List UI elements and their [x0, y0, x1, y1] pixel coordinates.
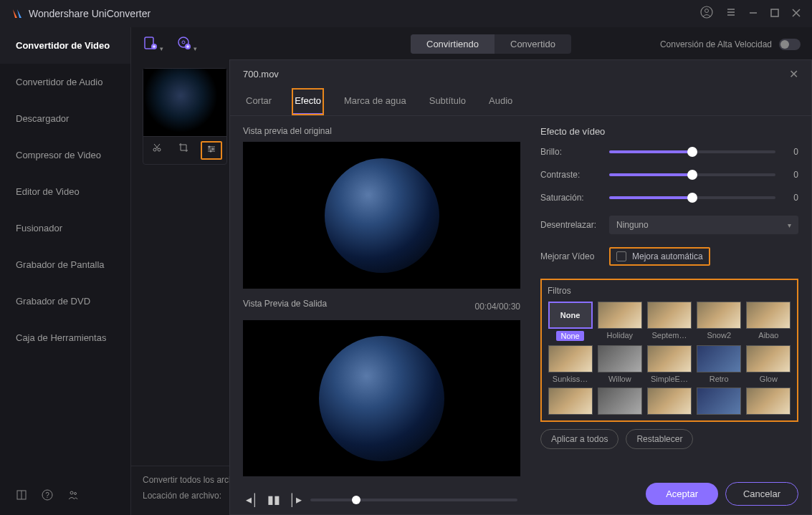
filter-extra-5[interactable]	[746, 388, 791, 415]
modal-tab-watermark[interactable]: Marca de agua	[341, 88, 409, 115]
thumbnail-image	[143, 69, 226, 136]
sidebar-item-dvd-recorder[interactable]: Grabador de DVD	[0, 283, 130, 319]
filter-extra-2[interactable]	[597, 388, 642, 415]
deinterlace-label: Desentrelazar:	[540, 220, 609, 230]
app-title: Wondershare UniConverter	[29, 8, 700, 19]
preview-original-label: Vista previa del original	[243, 126, 520, 136]
add-dvd-icon[interactable]: ▾	[176, 35, 197, 54]
apply-all-button[interactable]: Aplicar a todos	[540, 429, 618, 449]
chevron-down-icon: ▾	[788, 221, 791, 229]
modal-filename: 700.mov	[243, 69, 789, 80]
crop-tool-icon[interactable]	[174, 141, 193, 160]
filter-sunkiss[interactable]: Sunkiss…	[548, 345, 593, 383]
brightness-label: Brillo:	[540, 147, 609, 157]
saturation-slider[interactable]	[609, 196, 775, 199]
checkbox-icon	[616, 251, 626, 261]
cut-tool-icon[interactable]	[148, 141, 166, 160]
auto-enhance-checkbox[interactable]: Mejora automática	[609, 247, 710, 266]
preview-output-label: Vista Previa de Salida	[243, 299, 327, 309]
svg-rect-2	[771, 9, 778, 16]
svg-text:?: ?	[45, 491, 49, 499]
accept-button[interactable]: Aceptar	[646, 483, 718, 505]
filter-holiday[interactable]: Holiday	[597, 302, 642, 341]
account-icon[interactable]	[700, 6, 713, 21]
filters-title: Filtros	[548, 286, 791, 296]
add-file-icon[interactable]: ▾	[143, 35, 163, 54]
filters-panel: Filtros NoneNone Holiday Septem… Snow2 A…	[540, 279, 798, 422]
modal-tab-effect[interactable]: Efecto	[292, 88, 324, 115]
preview-original	[243, 142, 520, 289]
filter-extra-1[interactable]	[548, 388, 593, 415]
svg-point-1	[705, 9, 709, 13]
contrast-value: 0	[784, 170, 798, 180]
maximize-icon[interactable]	[770, 7, 779, 20]
enhance-label: Mejorar Vídeo	[540, 251, 609, 261]
sidebar-item-downloader[interactable]: Descargador	[0, 100, 130, 137]
close-icon[interactable]	[792, 7, 801, 20]
filter-extra-3[interactable]	[646, 388, 692, 415]
svg-point-6	[70, 491, 73, 494]
tab-converting[interactable]: Convirtiendo	[411, 34, 495, 54]
speed-toggle[interactable]	[779, 39, 801, 50]
filter-none[interactable]: NoneNone	[548, 302, 593, 341]
sidebar-item-video-compressor[interactable]: Compresor de Video	[0, 137, 130, 173]
sidebar-item-merger[interactable]: Fusionador	[0, 210, 130, 246]
saturation-value: 0	[784, 193, 798, 203]
filter-snow2[interactable]: Snow2	[697, 302, 742, 341]
brightness-value: 0	[784, 147, 798, 157]
cancel-button[interactable]: Cancelar	[725, 482, 798, 506]
modal-tab-subtitle[interactable]: Subtítulo	[426, 88, 469, 115]
effect-modal: 700.mov ✕ Cortar Efecto Marca de agua Su…	[229, 59, 812, 515]
effect-section-title: Efecto de vídeo	[540, 126, 798, 137]
titlebar: Wondershare UniConverter	[0, 0, 812, 27]
book-icon[interactable]	[16, 489, 27, 504]
contrast-label: Contraste:	[540, 170, 609, 180]
svg-point-11	[182, 41, 185, 44]
sidebar-item-video-editor[interactable]: Editor de Video	[0, 173, 130, 210]
modal-tab-cut[interactable]: Cortar	[243, 88, 274, 115]
help-icon[interactable]: ?	[42, 489, 53, 504]
saturation-label: Saturación:	[540, 193, 609, 203]
filter-glow[interactable]: Glow	[746, 345, 791, 383]
svg-point-7	[75, 493, 77, 495]
toolbar: ▾ ▾ Convirtiendo Convertido Conversión d…	[131, 27, 812, 61]
svg-point-16	[212, 148, 214, 150]
filter-simplee[interactable]: SimpleE…	[646, 345, 692, 383]
people-icon[interactable]	[67, 489, 79, 504]
contrast-slider[interactable]	[609, 173, 775, 176]
svg-point-15	[209, 146, 211, 148]
sidebar-item-screen-recorder[interactable]: Grabador de Pantalla	[0, 246, 130, 283]
filter-aibao[interactable]: Aibao	[746, 302, 791, 341]
tab-converted[interactable]: Convertido	[495, 34, 571, 54]
preview-output: ◂│ ▮▮ │▸	[243, 320, 520, 476]
modal-tab-audio[interactable]: Audio	[486, 88, 515, 115]
filter-september[interactable]: Septem…	[646, 302, 692, 341]
minimize-icon[interactable]	[749, 7, 758, 20]
effect-tool-icon[interactable]	[201, 141, 222, 160]
deinterlace-select[interactable]: Ninguno▾	[609, 216, 798, 234]
timecode: 00:04/00:30	[475, 302, 520, 312]
sidebar-item-video-converter[interactable]: Convertidor de Video	[0, 27, 130, 64]
brightness-slider[interactable]	[609, 150, 775, 153]
sidebar: Convertidor de Video Convertidor de Audi…	[0, 27, 131, 515]
modal-close-icon[interactable]: ✕	[789, 67, 798, 81]
video-thumbnail[interactable]	[143, 68, 227, 165]
filter-retro[interactable]: Retro	[697, 345, 742, 383]
sidebar-item-audio-converter[interactable]: Convertidor de Audio	[0, 64, 130, 100]
app-logo	[11, 8, 23, 19]
auto-enhance-label: Mejora automática	[632, 251, 703, 261]
filter-willow[interactable]: Willow	[597, 345, 642, 383]
filter-extra-4[interactable]	[697, 388, 742, 415]
menu-icon[interactable]	[726, 7, 736, 20]
reset-button[interactable]: Restablecer	[626, 429, 693, 449]
sidebar-item-toolbox[interactable]: Caja de Herramientas	[0, 319, 130, 356]
svg-point-17	[210, 150, 212, 153]
speed-label: Conversión de Alta Velocidad	[660, 39, 772, 49]
